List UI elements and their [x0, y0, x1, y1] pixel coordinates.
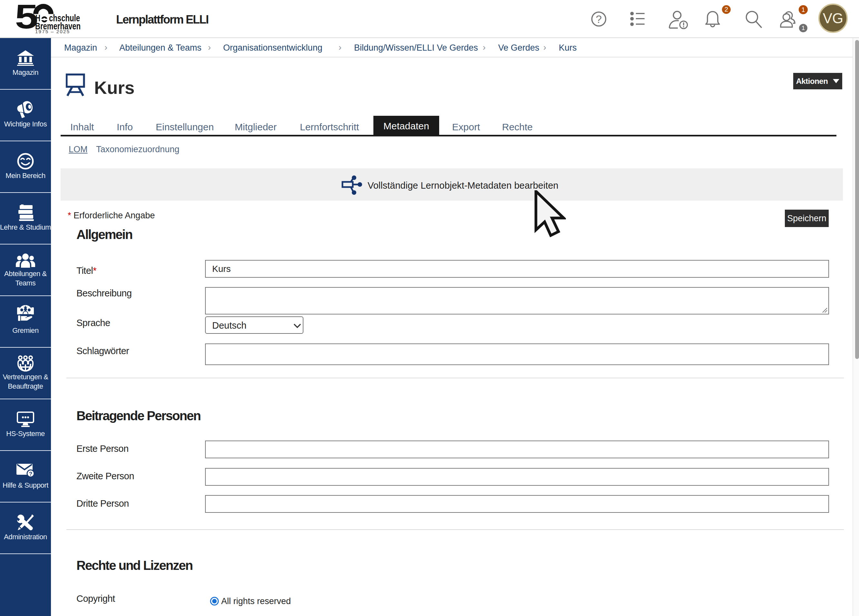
svg-text:?: ? — [596, 13, 602, 25]
svg-text:1975 – 2025: 1975 – 2025 — [35, 29, 69, 34]
svg-text:?: ? — [29, 471, 32, 477]
svg-text:5: 5 — [15, 3, 38, 36]
